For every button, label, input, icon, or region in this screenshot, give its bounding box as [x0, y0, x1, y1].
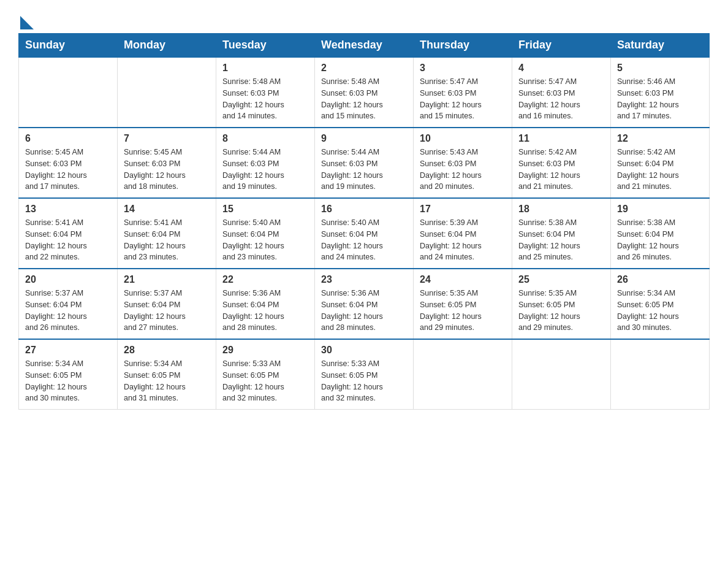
calendar-cell: 8Sunrise: 5:44 AM Sunset: 6:03 PM Daylig… — [216, 128, 315, 198]
calendar-cell: 19Sunrise: 5:38 AM Sunset: 6:04 PM Dayli… — [611, 198, 710, 269]
day-number: 3 — [420, 63, 506, 74]
day-info: Sunrise: 5:45 AM Sunset: 6:03 PM Dayligh… — [124, 147, 210, 193]
calendar-cell: 5Sunrise: 5:46 AM Sunset: 6:03 PM Daylig… — [611, 57, 710, 128]
calendar-cell: 16Sunrise: 5:40 AM Sunset: 6:04 PM Dayli… — [315, 198, 414, 269]
weekday-header-row: SundayMondayTuesdayWednesdayThursdayFrid… — [19, 34, 710, 58]
logo-triangle-icon — [20, 16, 34, 29]
day-number: 4 — [518, 63, 604, 74]
calendar-table: SundayMondayTuesdayWednesdayThursdayFrid… — [18, 33, 710, 410]
day-number: 9 — [321, 133, 407, 144]
day-info: Sunrise: 5:44 AM Sunset: 6:03 PM Dayligh… — [222, 147, 308, 193]
day-number: 27 — [25, 345, 111, 356]
day-number: 7 — [124, 133, 210, 144]
day-info: Sunrise: 5:37 AM Sunset: 6:04 PM Dayligh… — [25, 288, 111, 334]
calendar-cell — [611, 339, 710, 410]
calendar-cell: 3Sunrise: 5:47 AM Sunset: 6:03 PM Daylig… — [414, 57, 512, 128]
calendar-cell: 25Sunrise: 5:35 AM Sunset: 6:05 PM Dayli… — [512, 269, 611, 339]
calendar-cell: 12Sunrise: 5:42 AM Sunset: 6:04 PM Dayli… — [611, 128, 710, 198]
day-info: Sunrise: 5:34 AM Sunset: 6:05 PM Dayligh… — [124, 358, 210, 404]
calendar-cell: 26Sunrise: 5:34 AM Sunset: 6:05 PM Dayli… — [611, 269, 710, 339]
calendar-cell: 13Sunrise: 5:41 AM Sunset: 6:04 PM Dayli… — [19, 198, 118, 269]
calendar-cell: 10Sunrise: 5:43 AM Sunset: 6:03 PM Dayli… — [414, 128, 512, 198]
calendar-cell — [118, 57, 216, 128]
day-info: Sunrise: 5:45 AM Sunset: 6:03 PM Dayligh… — [25, 147, 111, 193]
weekday-header-friday: Friday — [512, 34, 611, 58]
day-number: 26 — [617, 274, 703, 285]
weekday-header-sunday: Sunday — [19, 34, 118, 58]
day-info: Sunrise: 5:40 AM Sunset: 6:04 PM Dayligh… — [321, 217, 407, 263]
calendar-cell: 30Sunrise: 5:33 AM Sunset: 6:05 PM Dayli… — [315, 339, 414, 410]
day-number: 29 — [222, 345, 308, 356]
day-number: 1 — [222, 63, 308, 74]
day-number: 20 — [25, 274, 111, 285]
weekday-header-saturday: Saturday — [611, 34, 710, 58]
calendar-cell: 7Sunrise: 5:45 AM Sunset: 6:03 PM Daylig… — [118, 128, 216, 198]
day-number: 14 — [124, 204, 210, 215]
weekday-header-tuesday: Tuesday — [216, 34, 315, 58]
weekday-header-wednesday: Wednesday — [315, 34, 414, 58]
day-number: 2 — [321, 63, 407, 74]
calendar-cell: 17Sunrise: 5:39 AM Sunset: 6:04 PM Dayli… — [414, 198, 512, 269]
day-info: Sunrise: 5:46 AM Sunset: 6:03 PM Dayligh… — [617, 76, 703, 122]
day-number: 16 — [321, 204, 407, 215]
day-number: 8 — [222, 133, 308, 144]
day-info: Sunrise: 5:44 AM Sunset: 6:03 PM Dayligh… — [321, 147, 407, 193]
calendar-cell: 1Sunrise: 5:48 AM Sunset: 6:03 PM Daylig… — [216, 57, 315, 128]
calendar-cell: 29Sunrise: 5:33 AM Sunset: 6:05 PM Dayli… — [216, 339, 315, 410]
day-number: 17 — [420, 204, 506, 215]
day-info: Sunrise: 5:40 AM Sunset: 6:04 PM Dayligh… — [222, 217, 308, 263]
day-info: Sunrise: 5:47 AM Sunset: 6:03 PM Dayligh… — [420, 76, 506, 122]
day-number: 19 — [617, 204, 703, 215]
day-number: 6 — [25, 133, 111, 144]
day-number: 15 — [222, 204, 308, 215]
weekday-header-thursday: Thursday — [414, 34, 512, 58]
day-number: 28 — [124, 345, 210, 356]
day-info: Sunrise: 5:41 AM Sunset: 6:04 PM Dayligh… — [124, 217, 210, 263]
day-number: 13 — [25, 204, 111, 215]
calendar-cell: 2Sunrise: 5:48 AM Sunset: 6:03 PM Daylig… — [315, 57, 414, 128]
day-info: Sunrise: 5:38 AM Sunset: 6:04 PM Dayligh… — [518, 217, 604, 263]
calendar-cell: 27Sunrise: 5:34 AM Sunset: 6:05 PM Dayli… — [19, 339, 118, 410]
day-info: Sunrise: 5:43 AM Sunset: 6:03 PM Dayligh… — [420, 147, 506, 193]
day-info: Sunrise: 5:48 AM Sunset: 6:03 PM Dayligh… — [321, 76, 407, 122]
calendar-week-row: 20Sunrise: 5:37 AM Sunset: 6:04 PM Dayli… — [19, 269, 710, 339]
calendar-cell: 23Sunrise: 5:36 AM Sunset: 6:04 PM Dayli… — [315, 269, 414, 339]
day-info: Sunrise: 5:42 AM Sunset: 6:03 PM Dayligh… — [518, 147, 604, 193]
day-info: Sunrise: 5:35 AM Sunset: 6:05 PM Dayligh… — [420, 288, 506, 334]
calendar-cell: 15Sunrise: 5:40 AM Sunset: 6:04 PM Dayli… — [216, 198, 315, 269]
day-number: 30 — [321, 345, 407, 356]
day-info: Sunrise: 5:33 AM Sunset: 6:05 PM Dayligh… — [321, 358, 407, 404]
day-number: 12 — [617, 133, 703, 144]
calendar-cell — [19, 57, 118, 128]
day-number: 25 — [518, 274, 604, 285]
day-info: Sunrise: 5:37 AM Sunset: 6:04 PM Dayligh… — [124, 288, 210, 334]
day-info: Sunrise: 5:42 AM Sunset: 6:04 PM Dayligh… — [617, 147, 703, 193]
page-header — [18, 12, 710, 27]
day-number: 21 — [124, 274, 210, 285]
day-number: 10 — [420, 133, 506, 144]
day-info: Sunrise: 5:38 AM Sunset: 6:04 PM Dayligh… — [617, 217, 703, 263]
calendar-cell: 28Sunrise: 5:34 AM Sunset: 6:05 PM Dayli… — [118, 339, 216, 410]
day-number: 11 — [518, 133, 604, 144]
day-info: Sunrise: 5:36 AM Sunset: 6:04 PM Dayligh… — [321, 288, 407, 334]
day-info: Sunrise: 5:47 AM Sunset: 6:03 PM Dayligh… — [518, 76, 604, 122]
day-number: 18 — [518, 204, 604, 215]
calendar-week-row: 6Sunrise: 5:45 AM Sunset: 6:03 PM Daylig… — [19, 128, 710, 198]
day-info: Sunrise: 5:35 AM Sunset: 6:05 PM Dayligh… — [518, 288, 604, 334]
calendar-week-row: 27Sunrise: 5:34 AM Sunset: 6:05 PM Dayli… — [19, 339, 710, 410]
day-info: Sunrise: 5:34 AM Sunset: 6:05 PM Dayligh… — [25, 358, 111, 404]
calendar-cell: 14Sunrise: 5:41 AM Sunset: 6:04 PM Dayli… — [118, 198, 216, 269]
day-info: Sunrise: 5:39 AM Sunset: 6:04 PM Dayligh… — [420, 217, 506, 263]
calendar-cell: 18Sunrise: 5:38 AM Sunset: 6:04 PM Dayli… — [512, 198, 611, 269]
calendar-cell — [414, 339, 512, 410]
day-info: Sunrise: 5:34 AM Sunset: 6:05 PM Dayligh… — [617, 288, 703, 334]
calendar-cell: 6Sunrise: 5:45 AM Sunset: 6:03 PM Daylig… — [19, 128, 118, 198]
day-info: Sunrise: 5:33 AM Sunset: 6:05 PM Dayligh… — [222, 358, 308, 404]
day-number: 23 — [321, 274, 407, 285]
day-info: Sunrise: 5:36 AM Sunset: 6:04 PM Dayligh… — [222, 288, 308, 334]
calendar-cell — [512, 339, 611, 410]
calendar-cell: 21Sunrise: 5:37 AM Sunset: 6:04 PM Dayli… — [118, 269, 216, 339]
logo — [18, 12, 34, 27]
calendar-cell: 9Sunrise: 5:44 AM Sunset: 6:03 PM Daylig… — [315, 128, 414, 198]
day-info: Sunrise: 5:41 AM Sunset: 6:04 PM Dayligh… — [25, 217, 111, 263]
